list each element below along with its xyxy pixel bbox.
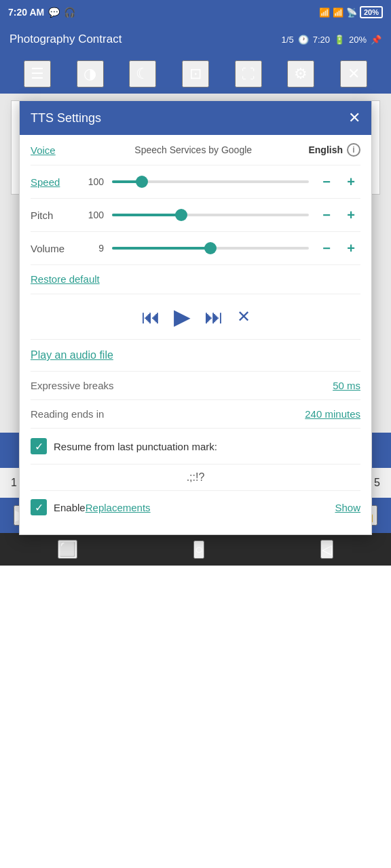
signal2-icon: 📶 — [333, 7, 343, 18]
pitch-thumb — [175, 209, 187, 221]
speed-increase-button[interactable]: + — [341, 172, 360, 191]
expressive-breaks-label: Expressive breaks — [31, 380, 114, 391]
tts-body: Voice Speech Services by Google English … — [20, 135, 371, 534]
fullscreen-button[interactable]: ⛶ — [235, 60, 262, 87]
close-toolbar-button[interactable]: ✕ — [340, 60, 367, 87]
volume-decrease-button[interactable]: − — [317, 239, 336, 258]
toolbar: ☰ ◑ ☾ ⊡ ⛶ ⚙ ✕ — [0, 54, 391, 94]
enable-replacements-row: ✓ Enable Replacements Show — [31, 491, 360, 524]
pitch-decrease-button[interactable]: − — [317, 205, 336, 224]
volume-thumb — [204, 242, 217, 254]
header-battery: 20% — [349, 35, 367, 45]
reading-ends-label: Reading ends in — [31, 408, 104, 420]
pitch-fill — [112, 214, 181, 216]
restore-default-button[interactable]: Restore default — [31, 273, 100, 285]
volume-row: Volume 9 − + — [31, 232, 360, 265]
speed-value: 100 — [80, 176, 104, 187]
expressive-breaks-value[interactable]: 50 ms — [333, 380, 360, 391]
pitch-value: 100 — [80, 210, 104, 220]
stop-button[interactable]: ✕ — [237, 307, 250, 326]
volume-increase-button[interactable]: + — [341, 239, 360, 258]
volume-fill — [112, 247, 210, 250]
enable-checkbox[interactable]: ✓ — [31, 499, 47, 515]
reading-ends-row: Reading ends in 240 minutes — [31, 400, 360, 429]
info-button[interactable]: i — [347, 143, 360, 157]
voice-language: English i — [308, 143, 360, 157]
playback-controls: ⏮ ▶ ⏭ ✕ — [31, 294, 360, 340]
voice-row: Voice Speech Services by Google English … — [31, 135, 360, 165]
punctuation-chars: .;:!? — [187, 471, 205, 483]
tts-close-button[interactable]: ✕ — [348, 109, 360, 127]
top-header: Photography Contract 1/5 🕐 7:20 🔋 20% 📌 — [0, 24, 391, 54]
speed-track[interactable] — [112, 180, 309, 183]
speed-label[interactable]: Speed — [31, 176, 75, 188]
recents-button[interactable]: ○ — [193, 540, 204, 559]
pitch-track[interactable] — [112, 214, 309, 216]
pitch-row: Pitch 100 − + — [31, 199, 360, 232]
pin-icon: 📌 — [371, 35, 381, 45]
back-button[interactable]: ◁ — [320, 540, 333, 559]
resume-label: Resume from last punctuation mark: — [54, 441, 217, 452]
enable-label: Enable — [54, 502, 86, 513]
play-button[interactable]: ▶ — [174, 304, 191, 330]
crop-button[interactable]: ⊡ — [182, 60, 209, 87]
tts-title: TTS Settings — [31, 111, 101, 125]
resume-row: ✓ Resume from last punctuation mark: — [31, 429, 360, 465]
fast-forward-button[interactable]: ⏭ — [204, 306, 223, 328]
resume-checkbox[interactable]: ✓ — [31, 438, 47, 454]
show-link[interactable]: Show — [335, 502, 360, 513]
voice-service: Speech Services by Google — [78, 144, 308, 155]
pitch-label: Pitch — [31, 210, 75, 221]
page-count: 1/5 — [282, 35, 294, 45]
battery-indicator: 20% — [360, 6, 383, 18]
expressive-breaks-row: Expressive breaks 50 ms — [31, 372, 360, 400]
status-time: 7:20 AM — [8, 7, 44, 18]
volume-track[interactable] — [112, 247, 309, 250]
restore-row: Restore default — [31, 265, 360, 294]
speed-decrease-button[interactable]: − — [317, 172, 336, 191]
signal1-icon: 📶 — [319, 7, 330, 18]
header-time: 7:20 — [313, 35, 330, 45]
punctuation-row: .;:!? — [31, 465, 360, 491]
tts-header: TTS Settings ✕ — [20, 101, 371, 135]
tts-modal: TTS Settings ✕ Voice Speech Services by … — [19, 100, 372, 535]
replacements-link[interactable]: Replacements — [86, 502, 151, 513]
headset-icon: 🎧 — [64, 7, 75, 18]
battery-icon: 🔋 — [334, 35, 345, 45]
voice-label[interactable]: Voice — [31, 144, 78, 156]
play-audio-file-button[interactable]: Play an audio file — [31, 349, 113, 361]
clock-icon: 🕐 — [298, 35, 309, 45]
reading-ends-value[interactable]: 240 minutes — [305, 408, 360, 420]
document-area: UPDF www.updf.com Page 1 of 5 Date: CONT… — [0, 94, 391, 433]
speed-thumb — [136, 176, 148, 188]
status-bar: 7:20 AM 💬 🎧 📶 📶 📡 20% — [0, 0, 391, 24]
volume-value: 9 — [80, 243, 104, 254]
status-right: 📶 📶 📡 20% — [319, 6, 383, 18]
menu-button[interactable]: ☰ — [24, 60, 51, 87]
pitch-increase-button[interactable]: + — [341, 205, 360, 224]
play-audio-row: Play an audio file — [31, 340, 360, 372]
settings-button[interactable]: ⚙ — [287, 60, 314, 87]
speed-row: Speed 100 − + — [31, 165, 360, 199]
volume-label: Volume — [31, 243, 75, 254]
rewind-button[interactable]: ⏮ — [141, 306, 160, 328]
wifi-icon: 📡 — [346, 7, 357, 18]
document-title: Photography Contract — [10, 33, 122, 46]
home-button[interactable]: ⬜ — [58, 540, 77, 559]
whatsapp-icon: 💬 — [48, 7, 60, 18]
brightness-button[interactable]: ◑ — [77, 60, 104, 87]
header-info: 1/5 🕐 7:20 🔋 20% 📌 — [282, 35, 381, 45]
nav-bar: ⬜ ○ ◁ — [0, 533, 391, 566]
night-mode-button[interactable]: ☾ — [129, 60, 156, 87]
status-left: 7:20 AM 💬 🎧 — [8, 7, 75, 18]
